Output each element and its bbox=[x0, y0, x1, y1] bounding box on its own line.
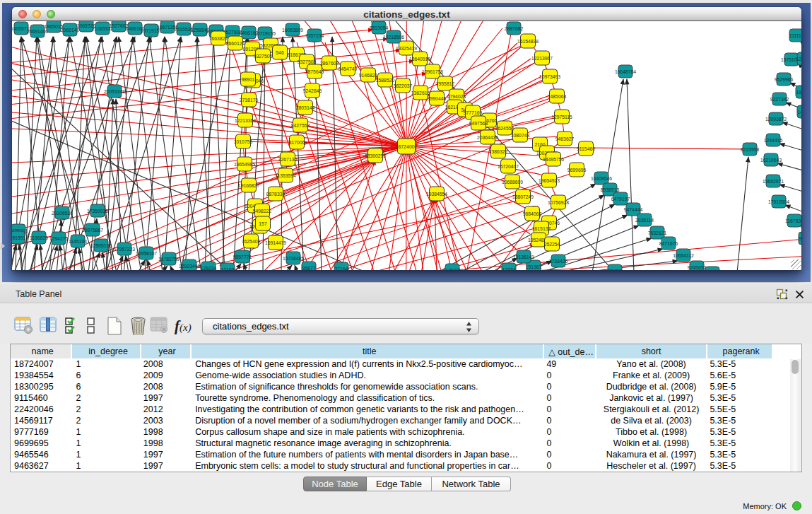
svg-text:10958107: 10958107 bbox=[136, 251, 157, 256]
svg-text:8990446: 8990446 bbox=[428, 96, 447, 101]
svg-text:12093872: 12093872 bbox=[765, 117, 787, 122]
svg-text:317006: 317006 bbox=[289, 140, 305, 145]
svg-text:12213967: 12213967 bbox=[531, 56, 553, 61]
svg-text:9327505: 9327505 bbox=[298, 59, 317, 64]
svg-text:8938913: 8938913 bbox=[601, 187, 620, 192]
svg-text:14495756: 14495756 bbox=[543, 157, 564, 162]
svg-text:92450: 92450 bbox=[799, 236, 801, 241]
svg-text:12213363: 12213363 bbox=[235, 118, 256, 123]
svg-text:10719155: 10719155 bbox=[254, 31, 276, 36]
svg-text:18640910: 18640910 bbox=[409, 57, 430, 62]
svg-text:95877: 95877 bbox=[302, 266, 316, 271]
svg-text:18724007: 18724007 bbox=[395, 144, 417, 149]
svg-text:17957223: 17957223 bbox=[114, 247, 135, 252]
svg-text:7632621: 7632621 bbox=[648, 230, 667, 235]
svg-text:9777169: 9777169 bbox=[464, 110, 483, 115]
svg-text:1156829: 1156829 bbox=[30, 235, 48, 240]
svg-text:13325419: 13325419 bbox=[396, 46, 417, 51]
svg-text:20206536: 20206536 bbox=[52, 211, 73, 216]
svg-text:20691406: 20691406 bbox=[27, 29, 48, 34]
svg-text:9463627: 9463627 bbox=[555, 136, 575, 141]
svg-text:37164: 37164 bbox=[335, 267, 348, 271]
svg-text:9227342: 9227342 bbox=[770, 97, 789, 102]
svg-text:6794028: 6794028 bbox=[447, 94, 466, 99]
svg-text:11353594: 11353594 bbox=[275, 173, 296, 178]
svg-text:8878334: 8878334 bbox=[266, 192, 286, 197]
svg-text:3875645: 3875645 bbox=[305, 69, 324, 74]
svg-text:9245652: 9245652 bbox=[688, 265, 707, 270]
svg-text:9529966: 9529966 bbox=[775, 77, 794, 82]
svg-text:16154838: 16154838 bbox=[517, 39, 539, 44]
svg-text:1733426: 1733426 bbox=[549, 259, 568, 264]
svg-text:10961758: 10961758 bbox=[422, 69, 443, 74]
svg-text:5822037: 5822037 bbox=[394, 83, 413, 88]
svg-text:7386322: 7386322 bbox=[489, 149, 508, 154]
svg-text:9115460: 9115460 bbox=[577, 146, 595, 151]
svg-text:10688609: 10688609 bbox=[502, 180, 523, 185]
svg-text:17010504: 17010504 bbox=[768, 199, 789, 204]
svg-text:9327505: 9327505 bbox=[254, 54, 273, 59]
svg-text:1294275: 1294275 bbox=[49, 236, 69, 241]
svg-text:2867608: 2867608 bbox=[320, 61, 339, 66]
svg-text:111111: 111111 bbox=[789, 33, 801, 38]
svg-text:17334: 17334 bbox=[502, 267, 516, 271]
svg-text:2803144: 2803144 bbox=[296, 105, 315, 110]
svg-text:16914479: 16914479 bbox=[265, 240, 286, 245]
svg-text:157: 157 bbox=[259, 221, 267, 226]
svg-text:19218506: 19218506 bbox=[383, 35, 404, 40]
svg-text:9474444: 9474444 bbox=[624, 207, 643, 212]
svg-text:12923446: 12923446 bbox=[179, 264, 200, 269]
svg-text:19384554: 19384554 bbox=[426, 192, 447, 197]
svg-text:546: 546 bbox=[276, 50, 284, 55]
svg-text:1362615: 1362615 bbox=[411, 90, 430, 95]
svg-text:1145194: 1145194 bbox=[69, 239, 87, 244]
svg-text:19654923: 19654923 bbox=[539, 178, 560, 183]
svg-text:18300295: 18300295 bbox=[365, 153, 386, 158]
svg-text:9146821: 9146821 bbox=[359, 73, 378, 78]
svg-text:8471676: 8471676 bbox=[659, 241, 678, 246]
svg-text:151361: 151361 bbox=[526, 264, 542, 269]
svg-text:15136141: 15136141 bbox=[513, 255, 534, 259]
svg-text:1010755: 1010755 bbox=[234, 139, 253, 144]
svg-text:5498222: 5498222 bbox=[253, 209, 272, 214]
svg-text:8427552: 8427552 bbox=[291, 123, 310, 128]
svg-text:9242845: 9242845 bbox=[303, 88, 322, 93]
svg-text:12975115: 12975115 bbox=[551, 115, 572, 119]
svg-text:10973493: 10973493 bbox=[539, 74, 560, 79]
svg-text:10654112: 10654112 bbox=[673, 253, 694, 258]
svg-text:15716485: 15716485 bbox=[283, 256, 304, 261]
svg-text:92456: 92456 bbox=[608, 269, 622, 271]
svg-text:20364436: 20364436 bbox=[477, 135, 498, 140]
svg-text:7625402: 7625402 bbox=[242, 239, 261, 244]
svg-text:2718176: 2718176 bbox=[240, 98, 259, 103]
svg-text:1080748: 1080748 bbox=[511, 133, 530, 138]
svg-text:2069140: 2069140 bbox=[61, 28, 80, 33]
svg-text:98901: 98901 bbox=[242, 77, 255, 82]
svg-text:19166827: 19166827 bbox=[238, 183, 259, 188]
svg-text:1167534: 1167534 bbox=[785, 218, 801, 223]
svg-text:9699695: 9699695 bbox=[567, 168, 587, 173]
svg-text:127743: 127743 bbox=[796, 57, 801, 62]
svg-text:17359938: 17359938 bbox=[87, 209, 108, 214]
svg-text:6479197: 6479197 bbox=[611, 197, 630, 201]
svg-text:16210643: 16210643 bbox=[760, 158, 782, 163]
svg-text:7663822: 7663822 bbox=[209, 36, 228, 41]
svg-text:1615132: 1615132 bbox=[532, 226, 551, 231]
svg-text:129234: 129234 bbox=[201, 266, 217, 271]
svg-text:1588520: 1588520 bbox=[376, 78, 395, 83]
svg-text:18807249: 18807249 bbox=[512, 194, 534, 199]
svg-text:14435: 14435 bbox=[798, 110, 801, 115]
svg-text:252254: 252254 bbox=[544, 242, 560, 247]
svg-text:8454749: 8454749 bbox=[339, 66, 358, 71]
svg-text:16053809: 16053809 bbox=[282, 28, 303, 33]
svg-text:18273: 18273 bbox=[796, 90, 801, 95]
svg-text:9857771: 9857771 bbox=[233, 255, 252, 259]
svg-text:12923: 12923 bbox=[446, 268, 459, 271]
svg-text:6497568: 6497568 bbox=[469, 121, 488, 126]
svg-text:3624554: 3624554 bbox=[495, 126, 514, 131]
svg-text:391591: 391591 bbox=[12, 235, 26, 240]
svg-text:1244415: 1244415 bbox=[764, 138, 783, 143]
svg-text:7955812: 7955812 bbox=[436, 81, 455, 86]
svg-text:7357234: 7357234 bbox=[305, 33, 324, 38]
svg-text:16409546: 16409546 bbox=[591, 176, 612, 181]
